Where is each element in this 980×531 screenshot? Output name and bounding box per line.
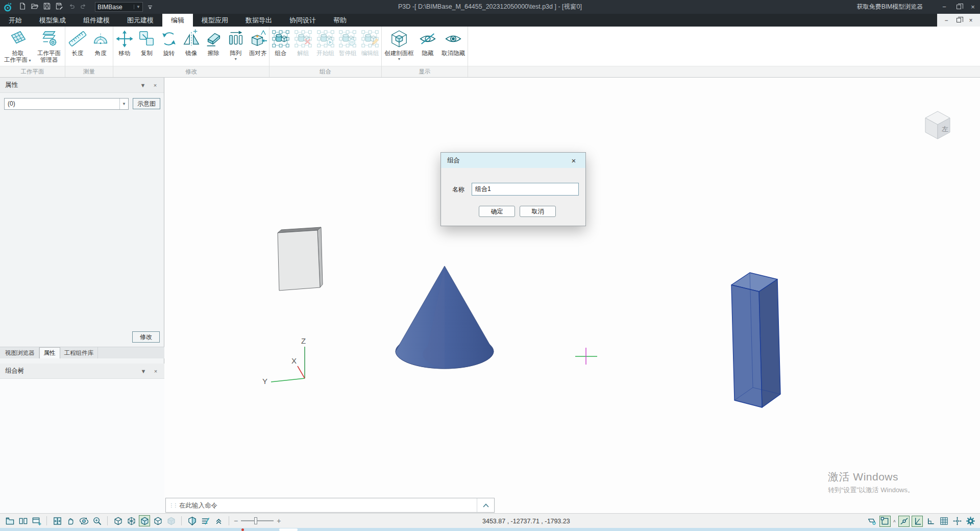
axis-y-label: Y: [262, 377, 267, 385]
box-object[interactable]: [731, 273, 780, 407]
orbit-icon[interactable]: [78, 515, 89, 526]
viewport-canvas[interactable]: Z X Y: [164, 78, 980, 513]
coordinates-readout: 3453.87 , -12737.71 , -1793.23: [482, 514, 570, 528]
workplane-manager-icon: [39, 28, 59, 50]
dialog-titlebar[interactable]: 组合 ×: [441, 153, 585, 168]
toolbar-options-icon[interactable]: [146, 3, 154, 11]
pan-icon[interactable]: [65, 515, 76, 526]
drag-handle-icon[interactable]: ⋮⋮: [166, 503, 179, 508]
snap-poly-icon[interactable]: [866, 516, 877, 527]
schematic-button[interactable]: 示意图: [133, 98, 160, 109]
zoom-slider-handle[interactable]: [254, 517, 257, 524]
panel-collapse-icon[interactable]: ▼: [140, 368, 147, 374]
restore-icon[interactable]: [951, 2, 966, 13]
ribbon-button-copy[interactable]: 复制: [136, 28, 158, 57]
ribbon-button-section-box[interactable]: 创建剖面框▼: [383, 28, 415, 62]
ok-button[interactable]: 确定: [479, 206, 515, 217]
tree-panel-title: 组合树: [5, 367, 24, 375]
ribbon-button-workplane-manager[interactable]: 工作平面管理器: [36, 28, 62, 63]
zoom-in-button[interactable]: +: [277, 517, 281, 525]
menu-tab-协同设计[interactable]: 协同设计: [281, 14, 325, 27]
doc-minimize-icon[interactable]: −: [940, 15, 952, 26]
cube-shaded-icon[interactable]: [139, 515, 150, 526]
ribbon-button-move[interactable]: 移动: [113, 28, 136, 57]
ribbon-button-hide[interactable]: 隐藏: [416, 28, 439, 57]
slab-object[interactable]: [278, 227, 323, 291]
left-panel: 属性 ▼ × (0) ▼ 示意图 修改 视图浏览器属性工程组件库 组合树 ▼ ×: [0, 78, 164, 513]
perp-snap-icon[interactable]: [912, 516, 923, 527]
selection-dropdown[interactable]: (0) ▼: [4, 98, 129, 110]
dock-tab-视图浏览器[interactable]: 视图浏览器: [1, 347, 39, 358]
menu-tab-数据导出[interactable]: 数据导出: [237, 14, 281, 27]
cancel-button[interactable]: 取消: [520, 206, 556, 217]
command-history-expand-icon[interactable]: [477, 498, 494, 512]
gizmo-icon[interactable]: [951, 516, 963, 527]
ribbon-button-rotate[interactable]: 旋转: [158, 28, 180, 57]
view-split-icon[interactable]: [17, 515, 29, 526]
zoom-icon[interactable]: [91, 515, 103, 526]
ribbon-button-face-align[interactable]: 面对齐: [247, 28, 269, 57]
ribbon-button-group[interactable]: 组合: [270, 28, 292, 57]
promo-link[interactable]: 获取免费BIM模型浏览器: [857, 3, 923, 11]
chevron-down-icon: ▼: [234, 57, 237, 62]
open-file-icon[interactable]: [30, 2, 39, 11]
view-cube[interactable]: 左: [920, 106, 955, 142]
panel-close-icon[interactable]: ×: [152, 368, 159, 374]
cone-object[interactable]: [396, 266, 494, 369]
group-name-field[interactable]: [472, 183, 579, 196]
zoom-out-button[interactable]: −: [234, 517, 238, 525]
corner-snap-icon[interactable]: [925, 516, 936, 527]
undo-icon[interactable]: [67, 2, 76, 11]
menu-tab-模型集成[interactable]: 模型集成: [31, 14, 75, 27]
doc-restore-icon[interactable]: [952, 15, 965, 26]
ribbon-button-angle[interactable]: 角度: [89, 28, 112, 57]
minimize-icon[interactable]: −: [937, 2, 951, 13]
menu-tab-图元建模[interactable]: 图元建模: [118, 14, 162, 27]
viewport[interactable]: Z X Y 左 激活 Windows 转到“设置”以激活 Windows。: [164, 78, 980, 513]
menu-tab-帮助[interactable]: 帮助: [325, 14, 355, 27]
cube-spoke-icon[interactable]: [126, 515, 137, 526]
save-icon[interactable]: [42, 2, 52, 11]
dialog-close-icon[interactable]: ×: [568, 155, 579, 166]
new-file-icon[interactable]: [18, 2, 27, 11]
ribbon-button-length[interactable]: 长度: [66, 28, 89, 57]
menu-tab-模型应用[interactable]: 模型应用: [193, 14, 237, 27]
zoom-extents-icon[interactable]: [52, 515, 63, 526]
command-input[interactable]: [179, 502, 477, 509]
filter-icon[interactable]: [200, 515, 211, 526]
collapse-icon[interactable]: [213, 515, 224, 526]
panel-close-icon[interactable]: ×: [152, 82, 159, 88]
ribbon-button-label: 解组: [297, 50, 309, 57]
cube-wire-icon[interactable]: [112, 515, 124, 526]
menu-tab-编辑[interactable]: 编辑: [162, 14, 193, 27]
save-as-icon[interactable]: [55, 2, 64, 11]
chevron-up-icon[interactable]: ˄: [893, 519, 896, 524]
view-window-add-icon[interactable]: [31, 515, 42, 526]
panel-collapse-icon[interactable]: ▼: [139, 82, 146, 88]
ribbon-button-erase[interactable]: 擦除: [202, 28, 225, 57]
close-icon[interactable]: ×: [966, 2, 980, 13]
cube-solid-icon[interactable]: [165, 515, 177, 526]
doc-close-icon[interactable]: ×: [965, 15, 977, 26]
gear-icon[interactable]: [965, 516, 976, 527]
ribbon-button-unhide[interactable]: 取消隐藏: [440, 28, 467, 57]
dock-tab-工程组件库[interactable]: 工程组件库: [60, 347, 99, 358]
tree-panel-content[interactable]: [0, 379, 164, 513]
clip-icon[interactable]: [186, 515, 198, 526]
ortho-snap-icon[interactable]: [898, 516, 910, 527]
ribbon-button-array[interactable]: 阵列▼: [225, 28, 247, 62]
cube-hiddenline-icon[interactable]: [152, 515, 163, 526]
redo-icon[interactable]: [79, 2, 88, 11]
grid-icon[interactable]: [938, 516, 949, 527]
dock-tab-属性[interactable]: 属性: [39, 347, 60, 358]
modify-button[interactable]: 修改: [132, 331, 160, 343]
menu-tab-开始[interactable]: 开始: [0, 14, 31, 27]
start-group-icon: [316, 28, 335, 50]
menu-tab-组件建模[interactable]: 组件建模: [75, 14, 118, 27]
ribbon-button-mirror[interactable]: 镜像: [180, 28, 203, 57]
select-window-icon[interactable]: [879, 516, 891, 527]
app-selector-dropdown[interactable]: BIMBase ▼: [95, 2, 143, 12]
zoom-slider[interactable]: [241, 520, 274, 521]
view-new-icon[interactable]: [4, 515, 15, 526]
ribbon-button-pick-workplane[interactable]: 拾取工作平面▼: [3, 28, 33, 64]
